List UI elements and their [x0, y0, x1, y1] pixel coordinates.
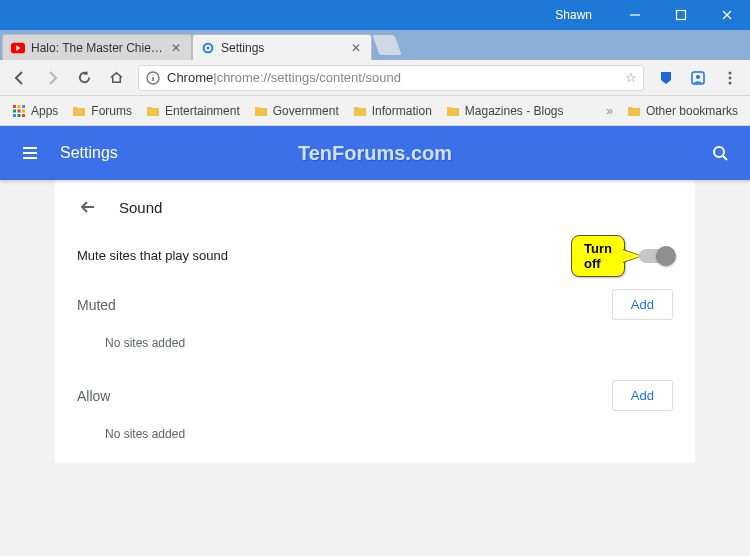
new-tab-button[interactable]	[372, 35, 401, 55]
bookmark-label: Entertainment	[165, 104, 240, 118]
window-maximize-button[interactable]	[658, 0, 704, 30]
settings-header: Settings TenForums.com	[0, 126, 750, 180]
bookmark-star-icon[interactable]: ☆	[625, 70, 637, 85]
folder-icon	[353, 104, 367, 118]
close-icon[interactable]: ✕	[169, 41, 183, 55]
back-arrow-button[interactable]	[77, 196, 99, 218]
mute-sites-toggle[interactable]	[639, 249, 673, 263]
svg-rect-1	[677, 11, 686, 20]
apps-icon	[12, 104, 26, 118]
site-info-icon[interactable]	[145, 70, 161, 86]
nav-home-button[interactable]	[102, 64, 130, 92]
folder-icon	[72, 104, 86, 118]
muted-empty-text: No sites added	[77, 320, 673, 372]
bookmarks-bar: Apps Forums Entertainment Government Inf…	[0, 96, 750, 126]
annotation-callout: Turn off	[571, 235, 625, 277]
bookmark-label: Magazines - Blogs	[465, 104, 564, 118]
bookmark-folder-government[interactable]: Government	[248, 102, 345, 120]
page-subheader: Sound	[55, 180, 695, 230]
settings-card: Sound Mute sites that play sound Turn of…	[55, 180, 695, 463]
address-origin: Chrome	[167, 70, 213, 85]
mute-sites-row: Mute sites that play sound Turn off	[55, 230, 695, 281]
extension-account-icon[interactable]	[684, 64, 712, 92]
allow-empty-text: No sites added	[77, 411, 673, 463]
svg-point-7	[207, 46, 210, 49]
bookmark-folder-magazines[interactable]: Magazines - Blogs	[440, 102, 570, 120]
svg-rect-20	[18, 109, 21, 112]
folder-icon	[627, 104, 641, 118]
bookmark-apps[interactable]: Apps	[6, 102, 64, 120]
bookmark-label: Government	[273, 104, 339, 118]
svg-line-29	[723, 156, 727, 160]
bookmarks-overflow-button[interactable]: »	[600, 104, 619, 118]
window-user-label: Shawn	[555, 8, 592, 22]
svg-rect-21	[22, 109, 25, 112]
section-allow-title: Allow	[77, 388, 110, 404]
window-close-button[interactable]	[704, 0, 750, 30]
bookmark-label: Forums	[91, 104, 132, 118]
menu-hamburger-button[interactable]	[18, 141, 42, 165]
svg-point-15	[729, 81, 732, 84]
nav-forward-button[interactable]	[38, 64, 66, 92]
svg-rect-16	[13, 105, 16, 108]
tab-strip: Halo: The Master Chief C ✕ Settings ✕	[0, 30, 750, 60]
muted-add-button[interactable]: Add	[612, 289, 673, 320]
watermark-text: TenForums.com	[298, 142, 452, 165]
tab-settings[interactable]: Settings ✕	[192, 34, 372, 60]
address-bar[interactable]: Chrome | chrome://settings/content/sound…	[138, 65, 644, 91]
settings-title: Settings	[60, 144, 118, 162]
nav-reload-button[interactable]	[70, 64, 98, 92]
allow-add-button[interactable]: Add	[612, 380, 673, 411]
section-allow: Allow Add No sites added	[55, 372, 695, 463]
svg-rect-19	[13, 109, 16, 112]
bookmark-folder-forums[interactable]: Forums	[66, 102, 138, 120]
folder-icon	[446, 104, 460, 118]
bookmark-label: Apps	[31, 104, 58, 118]
svg-point-12	[696, 75, 700, 79]
svg-rect-23	[18, 114, 21, 117]
address-path: chrome://settings/content/sound	[217, 70, 401, 85]
folder-icon	[146, 104, 160, 118]
section-muted-title: Muted	[77, 297, 116, 313]
bookmark-folder-entertainment[interactable]: Entertainment	[140, 102, 246, 120]
nav-back-button[interactable]	[6, 64, 34, 92]
section-muted: Muted Add No sites added	[55, 281, 695, 372]
settings-search-button[interactable]	[708, 141, 732, 165]
tab-youtube[interactable]: Halo: The Master Chief C ✕	[2, 34, 192, 60]
folder-icon	[254, 104, 268, 118]
bookmark-folder-other[interactable]: Other bookmarks	[621, 102, 744, 120]
svg-point-28	[714, 147, 724, 157]
window-minimize-button[interactable]	[612, 0, 658, 30]
bookmark-label: Information	[372, 104, 432, 118]
svg-rect-22	[13, 114, 16, 117]
svg-rect-24	[22, 114, 25, 117]
youtube-icon	[11, 41, 25, 55]
bookmark-folder-information[interactable]: Information	[347, 102, 438, 120]
toggle-knob	[656, 246, 676, 266]
mute-sites-label: Mute sites that play sound	[77, 248, 228, 263]
page-title: Sound	[119, 199, 162, 216]
browser-toolbar: Chrome | chrome://settings/content/sound…	[0, 60, 750, 96]
settings-content: Sound Mute sites that play sound Turn of…	[0, 180, 750, 556]
gear-icon	[201, 41, 215, 55]
tab-label: Halo: The Master Chief C	[31, 41, 165, 55]
svg-point-13	[729, 71, 732, 74]
tab-label: Settings	[221, 41, 345, 55]
svg-rect-18	[22, 105, 25, 108]
close-icon[interactable]: ✕	[349, 41, 363, 55]
svg-rect-17	[18, 105, 21, 108]
window-titlebar: Shawn	[0, 0, 750, 30]
bookmark-label: Other bookmarks	[646, 104, 738, 118]
chrome-menu-button[interactable]	[716, 64, 744, 92]
extension-malwarebytes-icon[interactable]	[652, 64, 680, 92]
svg-point-14	[729, 76, 732, 79]
